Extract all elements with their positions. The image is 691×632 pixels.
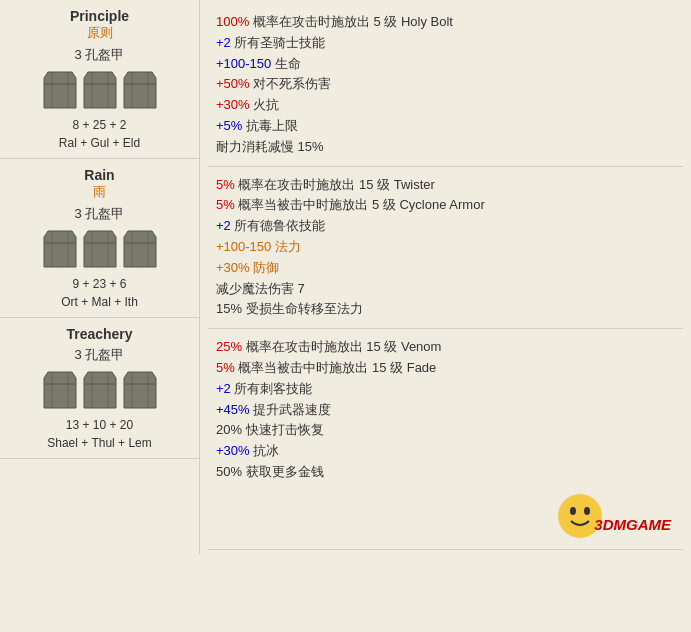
stat-line: 25% 概率在攻击时施放出 15 级 Venom <box>216 337 675 358</box>
rune-word-left-0: Principle原则3 孔盔甲8 + 25 + 2Ral + Gul + El… <box>0 0 199 159</box>
rune-word-name: Principle <box>12 8 187 24</box>
stat-line: +5% 抗毒上限 <box>216 116 675 137</box>
rune-formula-numbers: 9 + 23 + 6 <box>12 277 187 291</box>
armor-icon <box>42 370 78 412</box>
rune-formula-numbers: 8 + 25 + 2 <box>12 118 187 132</box>
main-container: Principle原则3 孔盔甲8 + 25 + 2Ral + Gul + El… <box>0 0 691 554</box>
armor-images <box>12 229 187 271</box>
svg-point-29 <box>584 507 590 515</box>
rune-formula-runes: Ort + Mal + Ith <box>12 295 187 309</box>
stat-line: +2 所有德鲁依技能 <box>216 216 675 237</box>
stat-line: +30% 防御 <box>216 258 675 279</box>
rune-word-stats-2: 25% 概率在攻击时施放出 15 级 Venom5% 概率当被击中时施放出 15… <box>208 329 683 550</box>
rune-word-name: Rain <box>12 167 187 183</box>
right-panel: 100% 概率在攻击时施放出 5 级 Holy Bolt+2 所有圣骑士技能+1… <box>200 0 691 554</box>
armor-images <box>12 70 187 112</box>
armor-icon <box>42 229 78 271</box>
rune-word-name: Treachery <box>12 326 187 342</box>
armor-icon <box>82 370 118 412</box>
rune-formula-numbers: 13 + 10 + 20 <box>12 418 187 432</box>
armor-type: 3 孔盔甲 <box>12 46 187 64</box>
rune-formula-runes: Ral + Gul + Eld <box>12 136 187 150</box>
armor-icon <box>122 229 158 271</box>
stat-line: 耐力消耗减慢 15% <box>216 137 675 158</box>
stat-line: 5% 概率当被击中时施放出 5 级 Cyclone Armor <box>216 195 675 216</box>
rune-word-left-1: Rain雨3 孔盔甲9 + 23 + 6Ort + Mal + Ith <box>0 159 199 318</box>
stat-line: 减少魔法伤害 7 <box>216 279 675 300</box>
rune-word-left-2: Treachery3 孔盔甲13 + 10 + 20Shael + Thul +… <box>0 318 199 459</box>
stat-line: 100% 概率在攻击时施放出 5 级 Holy Bolt <box>216 12 675 33</box>
stat-line: 5% 概率当被击中时施放出 15 级 Fade <box>216 358 675 379</box>
svg-point-28 <box>570 507 576 515</box>
rune-word-stats-1: 5% 概率在攻击时施放出 15 级 Twister5% 概率当被击中时施放出 5… <box>208 167 683 330</box>
armor-type: 3 孔盔甲 <box>12 346 187 364</box>
stat-line: +30% 抗冰 <box>216 441 675 462</box>
stat-line: +45% 提升武器速度 <box>216 400 675 421</box>
watermark-text: 3DMGAME <box>594 516 671 533</box>
watermark-area: 3DMGAME <box>216 491 675 541</box>
stat-line: 5% 概率在攻击时施放出 15 级 Twister <box>216 175 675 196</box>
stat-line: 50% 获取更多金钱 <box>216 462 675 483</box>
armor-icon <box>122 70 158 112</box>
stat-line: 20% 快速打击恢复 <box>216 420 675 441</box>
rune-formula-runes: Shael + Thul + Lem <box>12 436 187 450</box>
stat-line: +2 所有圣骑士技能 <box>216 33 675 54</box>
armor-icon <box>82 229 118 271</box>
left-panel: Principle原则3 孔盔甲8 + 25 + 2Ral + Gul + El… <box>0 0 200 554</box>
rune-word-chinese: 原则 <box>12 24 187 42</box>
rune-word-stats-0: 100% 概率在攻击时施放出 5 级 Holy Bolt+2 所有圣骑士技能+1… <box>208 4 683 167</box>
rune-word-chinese: 雨 <box>12 183 187 201</box>
stat-line: 15% 受损生命转移至法力 <box>216 299 675 320</box>
stat-line: +2 所有刺客技能 <box>216 379 675 400</box>
stat-line: +30% 火抗 <box>216 95 675 116</box>
armor-type: 3 孔盔甲 <box>12 205 187 223</box>
stat-line: +50% 对不死系伤害 <box>216 74 675 95</box>
armor-images <box>12 370 187 412</box>
armor-icon <box>42 70 78 112</box>
armor-icon <box>122 370 158 412</box>
armor-icon <box>82 70 118 112</box>
stat-line: +100-150 生命 <box>216 54 675 75</box>
stat-line: +100-150 法力 <box>216 237 675 258</box>
